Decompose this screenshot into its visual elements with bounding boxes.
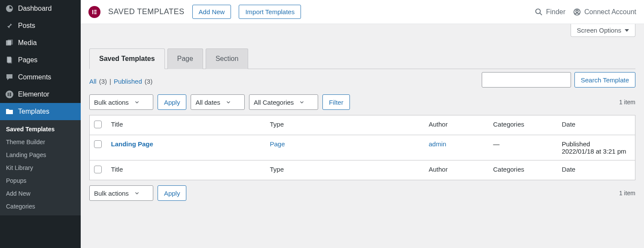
tab-section[interactable]: Section — [206, 48, 248, 69]
svg-rect-5 — [8, 93, 9, 96]
submenu-theme-builder[interactable]: Theme Builder — [0, 136, 81, 148]
sidebar-label: Comments — [18, 73, 51, 81]
chevron-down-icon — [299, 99, 305, 105]
connect-account-button[interactable]: Connect Account — [573, 8, 636, 16]
sidebar-item-templates[interactable]: Templates — [0, 103, 81, 120]
submenu-landing-pages[interactable]: Landing Pages — [0, 148, 81, 161]
tab-saved-templates[interactable]: Saved Templates — [89, 48, 165, 69]
sidebar-label: Pages — [18, 56, 37, 64]
top-controls: Bulk actions Apply All dates All Categor… — [89, 94, 635, 110]
search-row: Search Template — [89, 72, 635, 88]
finder-button[interactable]: Finder — [535, 8, 565, 16]
submenu-kit-library[interactable]: Kit Library — [0, 161, 81, 174]
add-new-button[interactable]: Add New — [192, 5, 231, 19]
svg-rect-7 — [9, 94, 11, 95]
separator: | — [109, 78, 111, 85]
user-icon — [573, 8, 581, 16]
elementor-logo-icon — [88, 6, 100, 18]
screen-options-button[interactable]: Screen Options — [571, 24, 635, 37]
submenu-popups[interactable]: Popups — [0, 174, 81, 187]
col-type: Type — [266, 115, 425, 135]
connect-label: Connect Account — [584, 8, 636, 16]
svg-point-13 — [535, 9, 540, 13]
sidebar-label: Dashboard — [18, 5, 52, 12]
svg-rect-6 — [9, 93, 11, 94]
row-date-status: Published — [562, 140, 590, 148]
filter-all-count: (3) — [99, 78, 107, 85]
col-categories-foot: Categories — [489, 160, 558, 180]
chevron-down-icon — [134, 99, 140, 105]
search-icon — [535, 8, 543, 16]
select-all-checkbox[interactable] — [94, 121, 102, 128]
media-icon — [5, 39, 14, 47]
row-checkbox[interactable] — [94, 140, 102, 148]
col-date-foot[interactable]: Date — [558, 160, 635, 180]
categories-label: All Categories — [254, 99, 294, 106]
filter-button[interactable]: Filter — [322, 94, 349, 110]
search-input[interactable] — [482, 72, 571, 88]
submenu-saved-templates[interactable]: Saved Templates — [0, 123, 81, 136]
bulk-actions-select-bottom[interactable]: Bulk actions — [89, 185, 153, 201]
elementor-icon — [5, 90, 14, 99]
filter-all[interactable]: All — [89, 78, 97, 85]
svg-rect-11 — [94, 11, 97, 12]
screen-options-label: Screen Options — [577, 27, 621, 34]
svg-line-14 — [540, 13, 542, 15]
filter-published[interactable]: Published — [114, 78, 142, 85]
filter-published-count: (3) — [145, 78, 152, 85]
select-all-checkbox-bottom[interactable] — [94, 166, 102, 173]
dates-select[interactable]: All dates — [191, 94, 245, 110]
chevron-down-icon — [134, 190, 140, 196]
chevron-down-icon — [225, 99, 231, 105]
admin-sidebar: Dashboard Posts Media Pages Comments Ele… — [0, 0, 81, 248]
sidebar-label: Posts — [18, 22, 35, 30]
apply-button[interactable]: Apply — [158, 94, 187, 110]
col-categories: Categories — [489, 115, 558, 135]
svg-rect-10 — [94, 10, 97, 11]
col-type-foot: Type — [266, 160, 425, 180]
svg-point-16 — [576, 10, 578, 12]
page-title: SAVED TEMPLATES — [108, 7, 185, 16]
sidebar-item-media[interactable]: Media — [0, 34, 81, 51]
row-author-link[interactable]: admin — [429, 140, 447, 148]
sidebar-item-comments[interactable]: Comments — [0, 69, 81, 86]
tabs: Saved Templates Page Section — [89, 48, 635, 69]
col-title[interactable]: Title — [107, 115, 266, 135]
bottom-controls: Bulk actions Apply 1 item — [89, 185, 635, 201]
categories-select[interactable]: All Categories — [249, 94, 318, 110]
search-template-button[interactable]: Search Template — [574, 72, 635, 88]
table-row: Landing Page Page admin — Published 2022… — [90, 135, 635, 160]
topbar: SAVED TEMPLATES Add New Import Templates… — [81, 0, 644, 24]
pages-icon — [5, 56, 14, 64]
content: Screen Options Saved Templates Page Sect… — [81, 24, 644, 209]
submenu-add-new[interactable]: Add New — [0, 187, 81, 200]
row-title-link[interactable]: Landing Page — [111, 140, 153, 148]
bulk-actions-select[interactable]: Bulk actions — [89, 94, 153, 110]
sidebar-item-posts[interactable]: Posts — [0, 17, 81, 34]
svg-rect-3 — [8, 57, 12, 64]
sidebar-submenu: Saved Templates Theme Builder Landing Pa… — [0, 120, 81, 215]
apply-button-bottom[interactable]: Apply — [158, 185, 187, 201]
sidebar-item-elementor[interactable]: Elementor — [0, 86, 81, 103]
dates-label: All dates — [195, 99, 220, 106]
sidebar-label: Media — [18, 39, 37, 47]
bulk-actions-label: Bulk actions — [94, 99, 129, 106]
item-count-bottom: 1 item — [619, 190, 635, 197]
dashboard-icon — [5, 4, 14, 13]
import-templates-button[interactable]: Import Templates — [239, 5, 301, 19]
submenu-categories[interactable]: Categories — [0, 200, 81, 213]
row-date: Published 2022/01/18 at 3:21 pm — [558, 135, 635, 160]
col-title-foot[interactable]: Title — [107, 160, 266, 180]
sidebar-label: Templates — [18, 108, 49, 115]
templates-table: Title Type Author Categories Date Landin… — [89, 115, 635, 180]
row-date-value: 2022/01/18 at 3:21 pm — [562, 148, 626, 155]
col-author: Author — [425, 115, 489, 135]
sidebar-item-dashboard[interactable]: Dashboard — [0, 0, 81, 17]
chevron-down-icon — [625, 29, 629, 32]
pin-icon — [5, 21, 14, 30]
row-categories: — — [489, 135, 558, 160]
col-date[interactable]: Date — [558, 115, 635, 135]
tab-page[interactable]: Page — [167, 48, 203, 69]
sidebar-item-pages[interactable]: Pages — [0, 51, 81, 69]
row-type-link[interactable]: Page — [270, 140, 285, 148]
